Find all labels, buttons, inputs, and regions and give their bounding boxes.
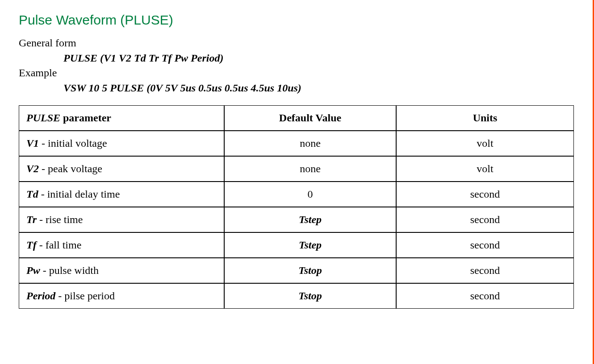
- param-name: Period: [26, 290, 55, 302]
- default-value: Tstep: [299, 239, 322, 251]
- default-value: Tstep: [299, 214, 322, 225]
- header-parameter-ital: PULSE: [26, 112, 60, 124]
- param-desc: - fall time: [37, 239, 82, 251]
- cell-default-value: none: [224, 131, 396, 156]
- header-default-value: Default Value: [224, 105, 396, 131]
- general-form-syntax: PULSE (V1 V2 Td Tr Tf Pw Period): [63, 51, 574, 66]
- cell-units: second: [396, 182, 574, 207]
- cell-units: second: [396, 232, 574, 258]
- cell-parameter: Td - initial delay time: [19, 182, 224, 207]
- table-row: V1 - initial voltagenonevolt: [19, 131, 574, 156]
- table-row: Tr - rise timeTstepsecond: [19, 207, 574, 232]
- cell-parameter: Tr - rise time: [19, 207, 224, 232]
- param-name: V1: [26, 137, 39, 149]
- header-units: Units: [396, 105, 574, 131]
- example-label: Example: [19, 66, 574, 81]
- header-parameter-rest: parameter: [60, 112, 111, 124]
- cell-parameter: V2 - peak voltage: [19, 156, 224, 182]
- cell-parameter: Period - pilse period: [19, 283, 224, 309]
- param-desc: - initial delay time: [38, 188, 120, 200]
- intro-block: General form PULSE (V1 V2 Td Tr Tf Pw Pe…: [19, 36, 574, 95]
- cell-default-value: none: [224, 156, 396, 182]
- table-row: Tf - fall timeTstepsecond: [19, 232, 574, 258]
- default-value: none: [300, 137, 321, 149]
- header-parameter: PULSE parameter: [19, 105, 224, 131]
- default-value: Tstop: [298, 290, 322, 302]
- general-form-label: General form: [19, 36, 574, 51]
- cell-parameter: V1 - initial voltage: [19, 131, 224, 156]
- cell-units: volt: [396, 156, 574, 182]
- param-name: V2: [26, 163, 39, 174]
- cell-default-value: Tstep: [224, 232, 396, 258]
- table-row: Td - initial delay time0second: [19, 182, 574, 207]
- cell-units: volt: [396, 131, 574, 156]
- example-syntax: VSW 10 5 PULSE (0V 5V 5us 0.5us 0.5us 4.…: [63, 81, 574, 96]
- param-name: Tf: [26, 239, 37, 251]
- param-name: Tr: [26, 214, 37, 225]
- parameter-table: PULSE parameter Default Value Units V1 -…: [19, 105, 574, 309]
- param-desc: - initial voltage: [39, 137, 107, 149]
- cell-units: second: [396, 207, 574, 232]
- cell-default-value: Tstop: [224, 283, 396, 309]
- document-page: Pulse Waveform (PLUSE) General form PULS…: [0, 0, 594, 364]
- cell-default-value: Tstop: [224, 258, 396, 283]
- cell-parameter: Pw - pulse width: [19, 258, 224, 283]
- table-row: Period - pilse periodTstopsecond: [19, 283, 574, 309]
- table-header-row: PULSE parameter Default Value Units: [19, 105, 574, 131]
- section-title: Pulse Waveform (PLUSE): [19, 12, 574, 28]
- default-value: Tstop: [298, 265, 322, 276]
- default-value: 0: [308, 188, 313, 200]
- param-desc: - peak voltage: [39, 163, 102, 174]
- table-row: V2 - peak voltagenonevolt: [19, 156, 574, 182]
- param-name: Td: [26, 188, 38, 200]
- param-desc: - rise time: [37, 214, 83, 225]
- param-desc: - pulse width: [40, 265, 99, 276]
- cell-default-value: Tstep: [224, 207, 396, 232]
- cell-units: second: [396, 283, 574, 309]
- cell-units: second: [396, 258, 574, 283]
- cell-parameter: Tf - fall time: [19, 232, 224, 258]
- table-row: Pw - pulse widthTstopsecond: [19, 258, 574, 283]
- param-desc: - pilse period: [55, 290, 115, 302]
- param-name: Pw: [26, 265, 40, 276]
- default-value: none: [300, 163, 321, 174]
- cell-default-value: 0: [224, 182, 396, 207]
